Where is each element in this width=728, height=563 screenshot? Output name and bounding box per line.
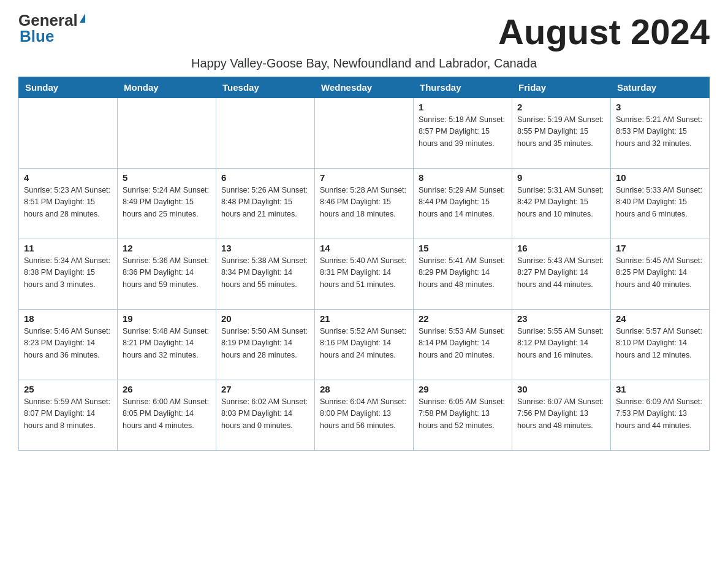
calendar-cell: 27Sunrise: 6:02 AM Sunset: 8:03 PM Dayli… — [216, 380, 315, 450]
day-number: 18 — [24, 313, 112, 324]
week-row-1: 1Sunrise: 5:18 AM Sunset: 8:57 PM Daylig… — [19, 98, 710, 168]
day-info: Sunrise: 5:50 AM Sunset: 8:19 PM Dayligh… — [221, 326, 309, 361]
day-info: Sunrise: 5:52 AM Sunset: 8:16 PM Dayligh… — [320, 326, 408, 361]
calendar-cell: 26Sunrise: 6:00 AM Sunset: 8:05 PM Dayli… — [118, 380, 216, 450]
day-info: Sunrise: 6:09 AM Sunset: 7:53 PM Dayligh… — [616, 396, 704, 432]
week-row-4: 18Sunrise: 5:46 AM Sunset: 8:23 PM Dayli… — [19, 309, 710, 380]
calendar-cell: 21Sunrise: 5:52 AM Sunset: 8:16 PM Dayli… — [315, 309, 414, 380]
calendar-cell: 11Sunrise: 5:34 AM Sunset: 8:38 PM Dayli… — [19, 239, 118, 309]
day-info: Sunrise: 5:45 AM Sunset: 8:25 PM Dayligh… — [616, 255, 704, 291]
day-number: 6 — [221, 172, 309, 183]
day-number: 5 — [123, 172, 211, 183]
day-info: Sunrise: 5:19 AM Sunset: 8:55 PM Dayligh… — [517, 114, 605, 150]
calendar-cell: 10Sunrise: 5:33 AM Sunset: 8:40 PM Dayli… — [611, 168, 710, 239]
day-number: 25 — [24, 384, 112, 394]
calendar-header-tuesday: Tuesday — [216, 77, 315, 98]
calendar-cell: 17Sunrise: 5:45 AM Sunset: 8:25 PM Dayli… — [611, 239, 710, 309]
month-title: August 2024 — [498, 12, 710, 52]
calendar-cell — [216, 98, 315, 168]
day-number: 9 — [517, 172, 605, 183]
day-number: 8 — [419, 172, 507, 183]
day-info: Sunrise: 5:55 AM Sunset: 8:12 PM Dayligh… — [517, 326, 605, 361]
calendar-cell: 29Sunrise: 6:05 AM Sunset: 7:58 PM Dayli… — [414, 380, 512, 450]
day-info: Sunrise: 5:34 AM Sunset: 8:38 PM Dayligh… — [24, 255, 112, 291]
week-row-2: 4Sunrise: 5:23 AM Sunset: 8:51 PM Daylig… — [19, 168, 710, 239]
day-number: 16 — [517, 243, 605, 253]
calendar-cell: 28Sunrise: 6:04 AM Sunset: 8:00 PM Dayli… — [315, 380, 414, 450]
day-number: 21 — [320, 313, 408, 324]
day-info: Sunrise: 5:48 AM Sunset: 8:21 PM Dayligh… — [123, 326, 211, 361]
day-info: Sunrise: 5:24 AM Sunset: 8:49 PM Dayligh… — [123, 185, 211, 220]
calendar-subtitle: Happy Valley-Goose Bay, Newfoundland and… — [18, 56, 710, 71]
calendar-cell: 2Sunrise: 5:19 AM Sunset: 8:55 PM Daylig… — [512, 98, 611, 168]
calendar-cell: 16Sunrise: 5:43 AM Sunset: 8:27 PM Dayli… — [512, 239, 611, 309]
day-number: 29 — [419, 384, 507, 394]
day-info: Sunrise: 5:29 AM Sunset: 8:44 PM Dayligh… — [419, 185, 507, 220]
day-info: Sunrise: 5:41 AM Sunset: 8:29 PM Dayligh… — [419, 255, 507, 291]
day-info: Sunrise: 5:38 AM Sunset: 8:34 PM Dayligh… — [221, 255, 309, 291]
calendar-header-friday: Friday — [512, 77, 611, 98]
calendar-cell: 14Sunrise: 5:40 AM Sunset: 8:31 PM Dayli… — [315, 239, 414, 309]
calendar-cell: 12Sunrise: 5:36 AM Sunset: 8:36 PM Dayli… — [118, 239, 216, 309]
day-info: Sunrise: 5:21 AM Sunset: 8:53 PM Dayligh… — [616, 114, 704, 150]
calendar-cell: 5Sunrise: 5:24 AM Sunset: 8:49 PM Daylig… — [118, 168, 216, 239]
calendar-cell: 18Sunrise: 5:46 AM Sunset: 8:23 PM Dayli… — [19, 309, 118, 380]
calendar-cell: 8Sunrise: 5:29 AM Sunset: 8:44 PM Daylig… — [414, 168, 512, 239]
calendar-table: SundayMondayTuesdayWednesdayThursdayFrid… — [18, 77, 710, 451]
calendar-cell: 23Sunrise: 5:55 AM Sunset: 8:12 PM Dayli… — [512, 309, 611, 380]
logo-triangle-icon — [80, 13, 85, 23]
day-number: 17 — [616, 243, 704, 253]
day-number: 7 — [320, 172, 408, 183]
calendar-cell: 20Sunrise: 5:50 AM Sunset: 8:19 PM Dayli… — [216, 309, 315, 380]
calendar-cell: 6Sunrise: 5:26 AM Sunset: 8:48 PM Daylig… — [216, 168, 315, 239]
calendar-cell: 15Sunrise: 5:41 AM Sunset: 8:29 PM Dayli… — [414, 239, 512, 309]
day-info: Sunrise: 5:59 AM Sunset: 8:07 PM Dayligh… — [24, 396, 112, 432]
day-number: 3 — [616, 102, 704, 112]
logo-blue-text: Blue — [20, 28, 54, 44]
week-row-5: 25Sunrise: 5:59 AM Sunset: 8:07 PM Dayli… — [19, 380, 710, 450]
day-info: Sunrise: 5:18 AM Sunset: 8:57 PM Dayligh… — [419, 114, 507, 150]
day-info: Sunrise: 5:43 AM Sunset: 8:27 PM Dayligh… — [517, 255, 605, 291]
day-info: Sunrise: 6:02 AM Sunset: 8:03 PM Dayligh… — [221, 396, 309, 432]
calendar-cell: 31Sunrise: 6:09 AM Sunset: 7:53 PM Dayli… — [611, 380, 710, 450]
calendar-cell: 19Sunrise: 5:48 AM Sunset: 8:21 PM Dayli… — [118, 309, 216, 380]
day-number: 14 — [320, 243, 408, 253]
day-number: 15 — [419, 243, 507, 253]
calendar-header-row: SundayMondayTuesdayWednesdayThursdayFrid… — [19, 77, 710, 98]
calendar-cell: 7Sunrise: 5:28 AM Sunset: 8:46 PM Daylig… — [315, 168, 414, 239]
day-info: Sunrise: 5:46 AM Sunset: 8:23 PM Dayligh… — [24, 326, 112, 361]
logo-general-text: General — [18, 12, 78, 28]
day-info: Sunrise: 5:57 AM Sunset: 8:10 PM Dayligh… — [616, 326, 704, 361]
calendar-header-wednesday: Wednesday — [315, 77, 414, 98]
logo: General Blue — [18, 12, 85, 44]
day-info: Sunrise: 6:05 AM Sunset: 7:58 PM Dayligh… — [419, 396, 507, 432]
calendar-cell: 1Sunrise: 5:18 AM Sunset: 8:57 PM Daylig… — [414, 98, 512, 168]
day-number: 26 — [123, 384, 211, 394]
day-number: 22 — [419, 313, 507, 324]
page-header: General Blue August 2024 — [18, 12, 710, 52]
calendar-cell: 4Sunrise: 5:23 AM Sunset: 8:51 PM Daylig… — [19, 168, 118, 239]
day-info: Sunrise: 5:33 AM Sunset: 8:40 PM Dayligh… — [616, 185, 704, 220]
calendar-header-monday: Monday — [118, 77, 216, 98]
calendar-cell: 24Sunrise: 5:57 AM Sunset: 8:10 PM Dayli… — [611, 309, 710, 380]
calendar-cell: 25Sunrise: 5:59 AM Sunset: 8:07 PM Dayli… — [19, 380, 118, 450]
day-number: 27 — [221, 384, 309, 394]
logo-top: General — [18, 12, 85, 28]
day-number: 2 — [517, 102, 605, 112]
day-info: Sunrise: 5:36 AM Sunset: 8:36 PM Dayligh… — [123, 255, 211, 291]
calendar-header-saturday: Saturday — [611, 77, 710, 98]
calendar-cell: 22Sunrise: 5:53 AM Sunset: 8:14 PM Dayli… — [414, 309, 512, 380]
calendar-cell: 3Sunrise: 5:21 AM Sunset: 8:53 PM Daylig… — [611, 98, 710, 168]
calendar-header-sunday: Sunday — [19, 77, 118, 98]
day-number: 31 — [616, 384, 704, 394]
day-info: Sunrise: 6:04 AM Sunset: 8:00 PM Dayligh… — [320, 396, 408, 432]
day-info: Sunrise: 5:53 AM Sunset: 8:14 PM Dayligh… — [419, 326, 507, 361]
calendar-cell: 9Sunrise: 5:31 AM Sunset: 8:42 PM Daylig… — [512, 168, 611, 239]
day-info: Sunrise: 6:07 AM Sunset: 7:56 PM Dayligh… — [517, 396, 605, 432]
day-number: 24 — [616, 313, 704, 324]
week-row-3: 11Sunrise: 5:34 AM Sunset: 8:38 PM Dayli… — [19, 239, 710, 309]
calendar-cell — [118, 98, 216, 168]
day-number: 4 — [24, 172, 112, 183]
day-number: 10 — [616, 172, 704, 183]
day-number: 23 — [517, 313, 605, 324]
